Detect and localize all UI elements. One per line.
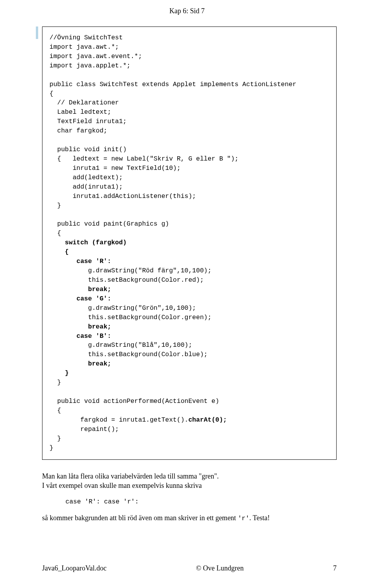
code-line: { [49,230,61,237]
body-text: Man kan låta flera olika variabelvärden … [42,471,337,523]
footer-page-number: 7 [333,564,337,572]
footer-filename: Java6_LooparoVal.doc [42,564,106,572]
code-indent [49,286,88,293]
code-line: } [49,435,61,442]
code-indent [49,360,88,367]
code-line: public void init() [49,146,127,153]
code-line: char fargkod; [49,127,108,134]
code-line: g.drawString("Blå",10,100); [49,341,192,349]
inline-mono: 'r' [238,515,249,522]
code-line: break; [88,360,111,367]
para-line: så kommer bakgrunden att bli röd även om… [42,514,238,522]
code-line: inruta1.addActionListener(this); [49,192,196,200]
margin-highlight [36,26,38,39]
para-line: I vårt exempel ovan skulle man exempelvi… [42,482,202,489]
code-indent [49,295,76,302]
code-line: public void actionPerformed(ActionEvent … [49,397,219,405]
code-line: break; [88,323,111,330]
code-line: { [49,407,61,414]
code-line: g.drawString("Grön",10,100); [49,304,196,312]
code-indent [49,323,88,330]
code-indent [49,248,65,256]
code-line: public void paint(Graphics g) [49,220,169,228]
code-line: case 'G': [76,295,111,302]
code-line: repaint(); [49,426,119,433]
code-indent [49,239,65,246]
code-line: TextField inruta1; [49,118,127,125]
code-indent [49,369,65,377]
page-header: Kap 6: Sid 7 [0,0,374,19]
code-line: //Övning SwitchTest [49,34,123,41]
code-line: import java.awt.*; [49,43,119,51]
code-line: inruta1 = new TextField(10); [49,164,181,172]
code-line: add(ledtext); [49,174,123,181]
code-line: import java.applet.*; [49,62,131,69]
code-line: { ledtext = new Label("Skriv R, G eller … [49,155,238,162]
code-line: this.setBackground(Color.green); [49,314,212,321]
code-line: g.drawString("Röd färg",10,100); [49,267,212,274]
code-line: { [65,248,69,256]
code-line: // Deklarationer [49,99,119,106]
code-line: import java.awt.event.*; [49,53,142,60]
code-line: fargkod = inruta1.getText(). [49,416,188,424]
code-line: this.setBackground(Color.blue); [49,351,208,358]
code-line: this.setBackground(Color.red); [49,276,204,284]
code-line: switch (fargkod) [65,239,127,246]
code-line: { [49,90,53,97]
para-line: . Testa! [249,514,270,522]
code-line: } [49,202,61,209]
code-line: public class SwitchTest extends Applet i… [49,81,296,88]
code-line: case 'R': [76,258,111,265]
code-line: Label ledtext; [49,108,111,116]
code-line: } [49,379,61,386]
page-footer: Java6_LooparoVal.doc © Ove Lundgren 7 [42,564,337,572]
code-line: break; [88,286,111,293]
code-listing: //Övning SwitchTest import java.awt.*; i… [42,26,337,460]
para-line: Man kan låta flera olika variabelvärden … [42,472,219,480]
code-line: } [65,369,69,377]
inline-code: case 'R': case 'r': [65,498,337,506]
code-indent [49,258,76,265]
code-indent [49,332,76,340]
code-line: } [49,444,53,452]
footer-author: © Ove Lundgren [196,564,244,572]
code-line: case 'B': [76,332,111,340]
code-line: add(inruta1); [49,183,123,191]
code-line: charAt(0); [188,416,227,424]
